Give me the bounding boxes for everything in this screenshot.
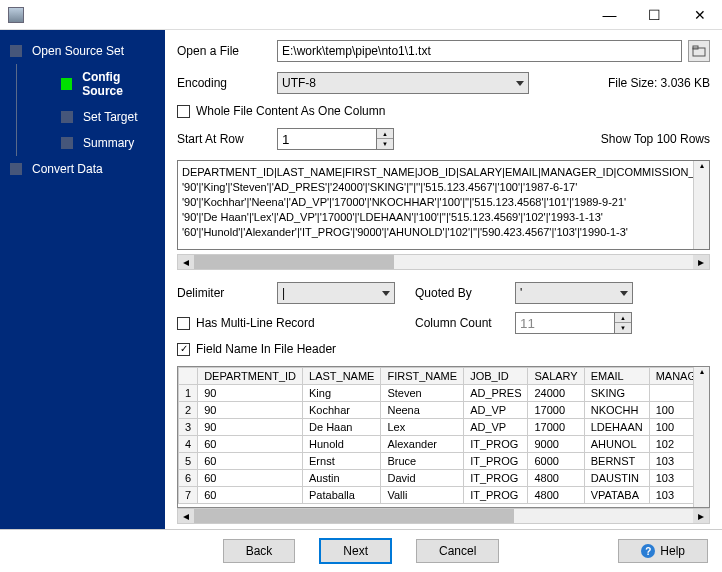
step-icon — [61, 137, 73, 149]
column-header[interactable] — [179, 368, 198, 385]
step-icon — [61, 111, 73, 123]
checkbox-icon — [177, 317, 190, 330]
open-file-input[interactable] — [277, 40, 682, 62]
column-header[interactable]: EMAIL — [584, 368, 649, 385]
wizard-footer: Back Next Cancel ? Help — [0, 529, 722, 572]
encoding-label: Encoding — [177, 76, 277, 90]
multiline-checkbox[interactable]: Has Multi-Line Record — [177, 312, 395, 334]
next-button[interactable]: Next — [319, 538, 392, 564]
quoted-by-label: Quoted By — [415, 286, 515, 300]
fieldname-header-checkbox[interactable]: ✓ Field Name In File Header — [177, 342, 710, 356]
maximize-button[interactable]: ☐ — [632, 0, 677, 29]
column-header[interactable]: DEPARTMENT_ID — [198, 368, 303, 385]
preview-vscroll[interactable]: ▴ — [693, 161, 709, 249]
scroll-up-icon: ▴ — [694, 161, 709, 170]
encoding-select[interactable]: UTF-8 — [277, 72, 529, 94]
table-row[interactable]: 660AustinDavidIT_PROG4800DAUSTIN103 — [179, 470, 694, 487]
column-count-input[interactable] — [515, 312, 615, 334]
cancel-button[interactable]: Cancel — [416, 539, 499, 563]
content-pane: Open a File Encoding UTF-8 File Size: 3.… — [165, 30, 722, 529]
column-header[interactable]: JOB_ID — [464, 368, 528, 385]
scroll-thumb[interactable] — [194, 509, 514, 523]
table-row[interactable]: 390De HaanLexAD_VP17000LDEHAAN100 — [179, 419, 694, 436]
whole-file-checkbox[interactable]: Whole File Content As One Column — [177, 104, 710, 118]
table-hscroll[interactable]: ◂ ▸ — [177, 508, 710, 524]
delimiter-select[interactable]: | — [277, 282, 395, 304]
nav-set-target[interactable]: Set Target — [17, 104, 165, 130]
start-row-input[interactable] — [277, 128, 377, 150]
table-vscroll[interactable]: ▴ — [693, 367, 709, 507]
column-header[interactable]: LAST_NAME — [303, 368, 381, 385]
file-preview: DEPARTMENT_ID|LAST_NAME|FIRST_NAME|JOB_I… — [177, 160, 710, 250]
column-count-label: Column Count — [415, 316, 515, 330]
step-icon — [10, 163, 22, 175]
table-row[interactable]: 460HunoldAlexanderIT_PROG9000AHUNOL102 — [179, 436, 694, 453]
chevron-down-icon — [516, 81, 524, 86]
step-icon — [61, 78, 72, 90]
back-button[interactable]: Back — [223, 539, 296, 563]
scroll-thumb[interactable] — [194, 255, 394, 269]
help-button[interactable]: ? Help — [618, 539, 708, 563]
open-file-label: Open a File — [177, 44, 277, 58]
table-row[interactable]: 760PataballaValliIT_PROG4800VPATABA103 — [179, 487, 694, 504]
checkbox-icon: ✓ — [177, 343, 190, 356]
titlebar: — ☐ ✕ — [0, 0, 722, 30]
spin-down-icon[interactable]: ▼ — [377, 139, 393, 149]
start-row-label: Start At Row — [177, 132, 277, 146]
nav-open-source-set[interactable]: Open Source Set — [0, 38, 165, 64]
chevron-down-icon — [382, 291, 390, 296]
browse-button[interactable] — [688, 40, 710, 62]
scroll-left-icon: ◂ — [178, 255, 194, 269]
preview-hscroll[interactable]: ◂ ▸ — [177, 254, 710, 270]
close-button[interactable]: ✕ — [677, 0, 722, 29]
data-table[interactable]: DEPARTMENT_IDLAST_NAMEFIRST_NAMEJOB_IDSA… — [178, 367, 693, 504]
nav-config-source[interactable]: Config Source — [17, 64, 165, 104]
table-row[interactable]: 290KochharNeenaAD_VP17000NKOCHH100 — [179, 402, 694, 419]
column-header[interactable]: FIRST_NAME — [381, 368, 464, 385]
step-icon — [10, 45, 22, 57]
column-header[interactable]: MANAGER_ID — [649, 368, 693, 385]
table-row[interactable]: 190KingStevenAD_PRES24000SKING — [179, 385, 694, 402]
nav-summary[interactable]: Summary — [17, 130, 165, 156]
folder-icon — [692, 45, 706, 57]
help-icon: ? — [641, 544, 655, 558]
table-row[interactable]: 560ErnstBruceIT_PROG6000BERNST103 — [179, 453, 694, 470]
spin-up-icon[interactable]: ▲ — [377, 129, 393, 139]
nav-convert-data[interactable]: Convert Data — [0, 156, 165, 182]
show-top-label: Show Top 100 Rows — [601, 132, 710, 146]
file-size-label: File Size: 3.036 KB — [608, 76, 710, 90]
spin-up-icon[interactable]: ▲ — [615, 313, 631, 323]
scroll-right-icon: ▸ — [693, 255, 709, 269]
spin-down-icon[interactable]: ▼ — [615, 323, 631, 333]
checkbox-icon — [177, 105, 190, 118]
quoted-by-select[interactable]: ' — [515, 282, 633, 304]
minimize-button[interactable]: — — [587, 0, 632, 29]
delimiter-label: Delimiter — [177, 286, 277, 300]
scroll-left-icon: ◂ — [178, 509, 194, 523]
column-count-spinner[interactable]: ▲▼ — [515, 312, 632, 334]
scroll-right-icon: ▸ — [693, 509, 709, 523]
column-header[interactable]: SALARY — [528, 368, 584, 385]
start-row-spinner[interactable]: ▲▼ — [277, 128, 394, 150]
app-icon — [8, 7, 24, 23]
chevron-down-icon — [620, 291, 628, 296]
wizard-sidebar: Open Source Set Config Source Set Target… — [0, 30, 165, 529]
